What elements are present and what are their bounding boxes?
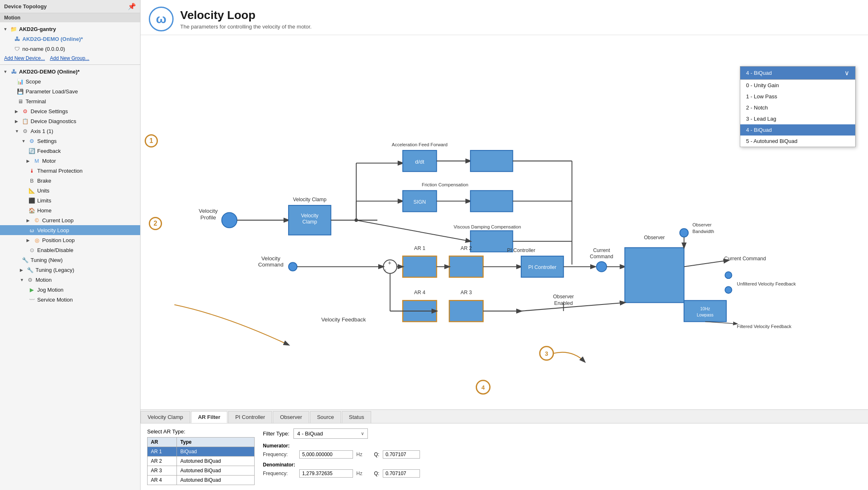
ar-table-row[interactable]: AR 1 BiQuad: [148, 447, 255, 457]
dropdown-option-0[interactable]: 0 - Unity Gain: [740, 80, 855, 91]
svg-line-80: [521, 302, 625, 311]
den-freq-input[interactable]: [299, 469, 353, 478]
filter-type-dropdown-popup: 4 - BiQuad ∨ 0 - Unity Gain 1 - Low Pass…: [740, 66, 856, 147]
tab-ar-filter[interactable]: AR Filter: [191, 411, 227, 423]
tab-pi-controller[interactable]: PI Controller: [228, 411, 272, 423]
tree-root[interactable]: ▼ 🖧 AKD2G-DEMO (Online)*: [0, 67, 140, 76]
terminal-label: Terminal: [26, 98, 46, 105]
svg-text:4: 4: [482, 384, 485, 391]
online-device-top[interactable]: 🖧 AKD2G-DEMO (Online)*: [0, 34, 140, 44]
tab-status[interactable]: Status: [342, 411, 371, 423]
sidebar-item-axis1[interactable]: ▼ ⚙ Axis 1 (1): [0, 126, 140, 136]
tab-velocity-clamp[interactable]: Velocity Clamp: [141, 411, 190, 423]
motion-icon: ⚙: [26, 276, 34, 283]
no-name-device[interactable]: 🛡 no-name (0.0.0.0): [0, 44, 140, 54]
root-expand-icon: ▼: [3, 69, 9, 74]
svg-point-64: [725, 287, 732, 293]
num-q-input[interactable]: [383, 450, 420, 459]
feedback-icon: 🔄: [28, 147, 36, 155]
sidebar-item-terminal[interactable]: 🖥 Terminal: [0, 96, 140, 106]
motion-expand-icon: ▼: [20, 278, 26, 282]
sidebar-item-motion[interactable]: ▼ ⚙ Motion: [0, 275, 140, 285]
svg-rect-67: [684, 300, 726, 321]
svg-text:Command: Command: [258, 262, 283, 268]
sidebar-item-motor[interactable]: ▶ M Motor: [0, 156, 140, 166]
settings2-icon: ⚙: [28, 137, 36, 145]
sidebar-item-settings[interactable]: ▼ ⚙ Settings: [0, 136, 140, 146]
ar2-cell: AR 2: [148, 457, 177, 466]
sidebar-item-service-motion[interactable]: 〰 Service Motion: [0, 295, 140, 304]
den-freq-unit: Hz: [356, 471, 367, 476]
sidebar-item-position-loop[interactable]: ▶ ◎ Position Loop: [0, 235, 140, 245]
dropdown-option-4[interactable]: 4 - BiQuad: [740, 124, 855, 136]
settings-expand-icon: ▶: [15, 109, 21, 114]
omega-icon: ω: [149, 7, 174, 31]
numerator-freq-row: Frequency: Hz Q:: [263, 450, 861, 459]
sidebar-title: Device Topology: [4, 3, 47, 10]
sidebar-item-feedback[interactable]: 🔄 Feedback: [0, 146, 140, 156]
home-label: Home: [37, 207, 52, 214]
velocity-loop-label: Velocity Loop: [37, 227, 69, 233]
sidebar-item-limits[interactable]: ⬛ Limits: [0, 195, 140, 205]
svg-text:3: 3: [545, 350, 548, 357]
diagnostics-expand-icon: ▶: [15, 119, 21, 124]
dropdown-option-2[interactable]: 2 - Notch: [740, 102, 855, 113]
den-q-input[interactable]: [383, 469, 420, 478]
sidebar-section: Motion: [0, 13, 140, 22]
svg-text:AR 2: AR 2: [460, 245, 472, 251]
filter-params: Filter Type: 4 - BiQuad ∨ Numerator: Fre…: [263, 428, 861, 485]
add-links-row: Add New Device... Add New Group...: [0, 54, 140, 63]
sidebar-item-tuning-new[interactable]: 🔧 Tuning (New): [0, 255, 140, 265]
tab-source[interactable]: Source: [310, 411, 341, 423]
filter-type-select[interactable]: 4 - BiQuad ∨: [293, 428, 368, 439]
sidebar-item-units[interactable]: 📐 Units: [0, 186, 140, 195]
sidebar: Device Topology 📌 Motion ▼ 📁 AKD2G-gantr…: [0, 0, 141, 490]
sidebar-item-jog-motion[interactable]: ▶ Jog Motion: [0, 285, 140, 295]
ar-table-row[interactable]: AR 2 Autotuned BiQuad: [148, 457, 255, 466]
settings2-expand-icon: ▼: [21, 139, 27, 143]
diagnostics-icon: 📋: [21, 117, 29, 125]
sidebar-item-brake[interactable]: B Brake: [0, 176, 140, 186]
svg-text:Lowpass: Lowpass: [697, 313, 713, 317]
tuning-new-label: Tuning (New): [31, 257, 63, 263]
axis1-label: Axis 1 (1): [31, 128, 53, 134]
num-freq-input[interactable]: [299, 450, 353, 459]
add-new-device-link[interactable]: Add New Device...: [4, 55, 45, 61]
den-freq-label: Frequency:: [263, 471, 296, 476]
sidebar-item-device-settings[interactable]: ▶ ⚙ Device Settings: [0, 106, 140, 116]
svg-text:Unfiltered Velocity Feedback: Unfiltered Velocity Feedback: [737, 281, 796, 286]
tab-bar: Velocity Clamp AR Filter PI Controller O…: [141, 410, 868, 423]
dropdown-selected-header: 4 - BiQuad ∨: [740, 67, 855, 80]
sidebar-item-current-loop[interactable]: ▶ © Current Loop: [0, 215, 140, 225]
sidebar-item-velocity-loop[interactable]: ω Velocity Loop: [0, 225, 140, 235]
params-content: Select AR Type: AR Type AR 1 BiQuad: [141, 423, 868, 490]
dropdown-option-5[interactable]: 5 - Autotuned BiQuad: [740, 136, 855, 147]
filter-type-value: 4 - BiQuad: [297, 431, 361, 437]
sidebar-item-tuning-legacy[interactable]: ▶ 🔧 Tuning (Legacy): [0, 265, 140, 275]
sidebar-item-enable-disable[interactable]: ⊙ Enable/Disable: [0, 245, 140, 255]
ar-table-row[interactable]: AR 4 Autotuned BiQuad: [148, 476, 255, 485]
svg-point-63: [725, 272, 732, 278]
sidebar-item-param-load-save[interactable]: 💾 Parameter Load/Save: [0, 86, 140, 96]
numerator-group: Numerator: Frequency: Hz Q:: [263, 443, 861, 459]
num-freq-unit: Hz: [356, 452, 367, 457]
ar-table-row[interactable]: AR 3 Autotuned BiQuad: [148, 466, 255, 476]
dropdown-option-3[interactable]: 3 - Lead Lag: [740, 113, 855, 124]
svg-line-62: [684, 260, 728, 266]
col-header-type: Type: [177, 438, 255, 447]
sidebar-item-scope[interactable]: 📊 Scope: [0, 76, 140, 86]
device-icon: 🖧: [13, 35, 21, 43]
denominator-freq-row: Frequency: Hz Q:: [263, 469, 861, 478]
dropdown-option-1[interactable]: 1 - Low Pass: [740, 91, 855, 102]
thermal-label: Thermal Protection: [37, 168, 83, 174]
sidebar-item-home[interactable]: 🏠 Home: [0, 205, 140, 215]
topology-group[interactable]: ▼ 📁 AKD2G-gantry: [0, 24, 140, 34]
param-icon: 💾: [17, 88, 24, 95]
tuning-legacy-label: Tuning (Legacy): [36, 267, 74, 273]
sidebar-item-thermal[interactable]: 🌡 Thermal Protection: [0, 166, 140, 176]
tab-observer[interactable]: Observer: [273, 411, 309, 423]
ar-select-table: Select AR Type: AR Type AR 1 BiQuad: [147, 428, 255, 485]
scope-icon: 📊: [17, 78, 24, 85]
sidebar-item-device-diagnostics[interactable]: ▶ 📋 Device Diagnostics: [0, 116, 140, 126]
add-new-group-link[interactable]: Add New Group...: [50, 55, 89, 61]
